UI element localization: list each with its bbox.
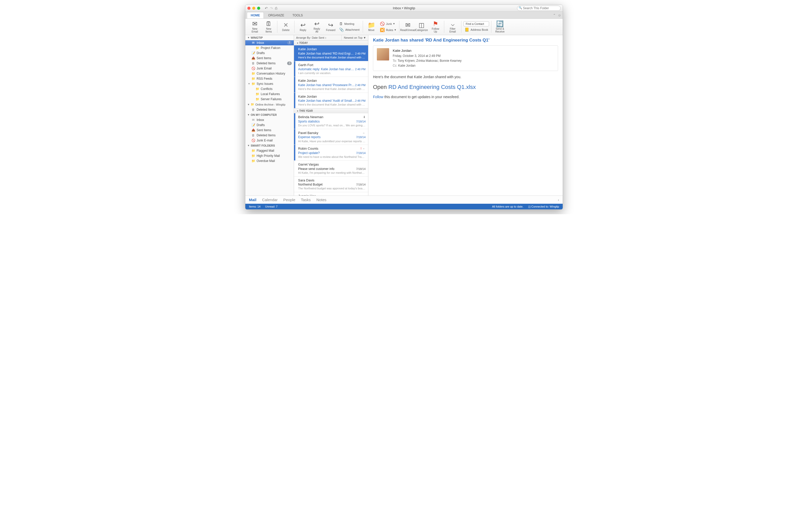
message-item[interactable]: Belinda Newman⬇Sports statistics7/18/14D… (294, 113, 368, 129)
sidebar-item[interactable]: 📝Drafts (245, 122, 294, 128)
folder-icon: 📁 (252, 72, 255, 75)
nav-tasks[interactable]: Tasks (301, 197, 311, 202)
sidebar-item[interactable]: 📁Project Falcon (245, 45, 294, 51)
sidebar-group-header[interactable]: ▼WINGTIP (245, 35, 294, 40)
nav-more-icon[interactable]: ‹ (558, 198, 559, 202)
cc-recipients: Katie Jordan (398, 64, 415, 68)
move-button[interactable]: 📁Move (365, 19, 378, 34)
sidebar-item[interactable]: 📁Overdue Mail (245, 158, 294, 164)
sidebar-item[interactable]: 🚫Junk E-mail (245, 138, 294, 143)
message-group-header[interactable]: THIS YEAR (294, 108, 368, 113)
message-item[interactable]: Katie JordanKatie Jordan has shared 'RD … (294, 45, 368, 61)
print-icon[interactable]: ⎙ (275, 6, 277, 10)
tab-tools[interactable]: TOOLS (289, 12, 307, 18)
zoom-window-button[interactable] (257, 7, 260, 10)
message-subject: Katie Jordan has shared 'RD And Engineer… (368, 35, 563, 44)
find-contact-input[interactable]: Find a Contact (463, 21, 489, 26)
new-items-button[interactable]: 🗓New Items (262, 19, 275, 34)
sort-order-button[interactable]: Newest on Top ▼ (342, 35, 368, 40)
search-box[interactable] (517, 6, 561, 11)
sidebar-item[interactable]: 🗑Deleted Items3 (245, 61, 294, 66)
delete-button[interactable]: ✕Delete (279, 19, 292, 34)
address-book-button[interactable]: 📒Address Book (463, 27, 489, 33)
sidebar-item[interactable]: ▼📁Sync Issues (245, 81, 294, 87)
collapse-ribbon-icon[interactable]: ⌃ (553, 13, 556, 17)
folder-icon: 🗑 (252, 61, 255, 65)
attachment-button[interactable]: 📎Attachment (338, 27, 361, 33)
sidebar-item[interactable]: 📝Drafts (245, 51, 294, 56)
sidebar-item[interactable]: 🗑Deleted Items (245, 107, 294, 112)
arrange-by-button[interactable]: Arrange By: Date Sent ↕ (294, 35, 342, 40)
reply-all-icon: ↩ (314, 21, 319, 27)
nav-mail[interactable]: Mail (249, 197, 256, 202)
sidebar-item[interactable]: 📁Conflicts (245, 87, 294, 92)
folder-icon: 📁 (252, 159, 255, 163)
app-window: ↶ ↷ ⎙ Inbox • Wingtip HOME ORGANIZE TOOL… (245, 5, 563, 210)
sidebar-group-header[interactable]: ▼SMART FOLDERS (245, 143, 294, 148)
message-item[interactable]: Robin Counts!←Project update?7/18/14We n… (294, 145, 368, 161)
sidebar-item[interactable]: 📤Sent Items (245, 128, 294, 133)
new-email-icon: ✉ (252, 21, 257, 27)
read-unread-icon: ✉ (405, 22, 410, 28)
sidebar-item[interactable]: ▼📁Online Archive - Wingtip (245, 102, 294, 107)
redo-icon[interactable]: ↷ (270, 6, 273, 10)
folder-icon: 📁 (256, 92, 259, 96)
smiley-icon[interactable]: ☺ (558, 13, 561, 17)
sidebar-group-header[interactable]: ▼ON MY COMPUTER (245, 112, 294, 117)
undo-icon[interactable]: ↶ (265, 6, 268, 10)
flag-icon: ⚑ (433, 21, 438, 27)
open-document-link[interactable]: RD And Engineering Costs Q1.xlsx (388, 84, 476, 90)
message-item[interactable]: Garth FortAutomatic reply: Katie Jordan … (294, 61, 368, 77)
sidebar-item[interactable]: ✉Inbox (245, 117, 294, 122)
minimize-window-button[interactable] (252, 7, 255, 10)
folder-sidebar[interactable]: ▼WINGTIP✉Inbox7📁Project Falcon📝Drafts📤Se… (245, 35, 294, 195)
filter-email-button[interactable]: ⌵Filter Email (446, 19, 459, 34)
sidebar-item[interactable]: 🗑Deleted Items (245, 133, 294, 138)
reply-all-button[interactable]: ↩Reply All (310, 19, 323, 34)
attachment-icon: 📎 (339, 27, 344, 32)
meeting-button[interactable]: 🗓Meeting (338, 21, 361, 26)
tab-organize[interactable]: ORGANIZE (264, 12, 288, 18)
sidebar-item[interactable]: 📁Flagged Mail (245, 148, 294, 153)
sidebar-item[interactable]: 📁Local Failures (245, 92, 294, 97)
message-group-header[interactable]: TODAY (294, 40, 368, 45)
sidebar-item[interactable]: 📁Conversation History (245, 71, 294, 76)
close-window-button[interactable] (247, 7, 251, 10)
tab-home[interactable]: HOME (247, 12, 264, 18)
follow-up-button[interactable]: ⚑Follow Up (429, 19, 442, 34)
rules-button[interactable]: 🔀Rules ▾ (379, 27, 397, 33)
message-item[interactable]: Junmin HaoMeeting update7/17/14We have t… (294, 192, 368, 195)
junk-button[interactable]: 🚫Junk ▾ (379, 21, 397, 27)
sidebar-item[interactable]: 📁High Priority Mail (245, 153, 294, 158)
sidebar-item[interactable]: ✉Inbox7 (245, 40, 294, 45)
send-receive-button[interactable]: 🔄Send & Receive (494, 19, 506, 34)
sidebar-item[interactable]: 📁RSS Feeds (245, 76, 294, 81)
message-item[interactable]: Katie JordanKatie Jordan has shared 'Pro… (294, 77, 368, 93)
rules-icon: 🔀 (380, 28, 385, 32)
reply-button[interactable]: ↩Reply (297, 19, 309, 34)
forward-button[interactable]: ↪Forward (324, 19, 337, 34)
sidebar-item[interactable]: 📤Sent Items (245, 56, 294, 61)
categorize-button[interactable]: ◫Categorize (415, 19, 428, 34)
search-input[interactable] (517, 6, 561, 11)
read-unread-button[interactable]: ✉Read/Unread (401, 19, 414, 34)
status-bar: Items: 14 Unread: 7 All folders are up t… (245, 204, 563, 209)
reply-icon: ↩ (300, 22, 306, 28)
nav-people[interactable]: People (283, 197, 295, 202)
sidebar-item[interactable]: 🚫Junk Email (245, 66, 294, 71)
ribbon-tabs: HOME ORGANIZE TOOLS ⌃ ☺ (245, 12, 563, 19)
follow-link[interactable]: Follow (373, 95, 383, 99)
message-item[interactable]: Garret VargasPlease send customer info7/… (294, 161, 368, 176)
message-list[interactable]: TODAYKatie JordanKatie Jordan has shared… (294, 40, 368, 195)
message-list-pane: Arrange By: Date Sent ↕ Newest on Top ▼ … (294, 35, 368, 195)
module-navbar: Mail Calendar People Tasks Notes ‹ (245, 195, 563, 204)
message-item[interactable]: Pavel Bansky←Expense reports7/18/14Hi Ka… (294, 129, 368, 145)
sidebar-item[interactable]: 📁Server Failures (245, 97, 294, 102)
folder-icon: 📁 (252, 149, 255, 152)
nav-calendar[interactable]: Calendar (262, 197, 278, 202)
ribbon: ✉New Email 🗓New Items ✕Delete ↩Reply ↩Re… (245, 19, 563, 35)
nav-notes[interactable]: Notes (316, 197, 326, 202)
message-item[interactable]: Katie JordanKatie Jordan has shared 'Aud… (294, 93, 368, 109)
new-email-button[interactable]: ✉New Email (249, 19, 261, 34)
message-item[interactable]: Sara DavisNorthwind Budget7/18/14The Nor… (294, 176, 368, 192)
